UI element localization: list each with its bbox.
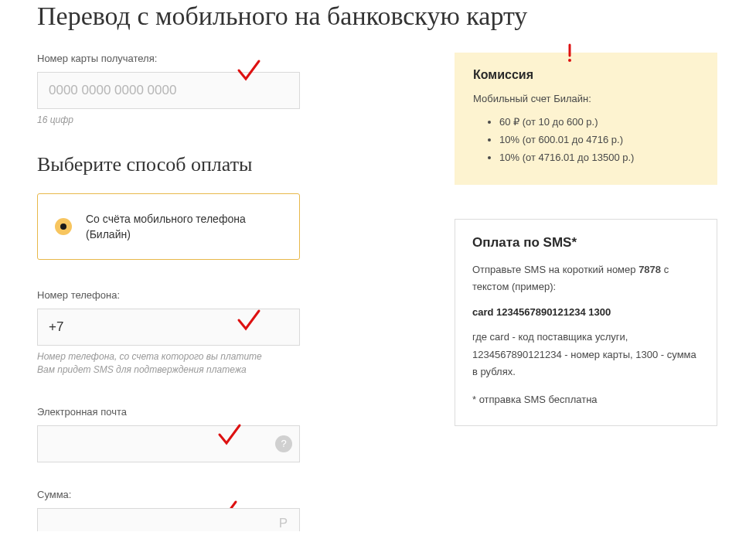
card-label: Номер карты получателя: xyxy=(37,53,424,64)
help-icon[interactable]: ? xyxy=(275,435,292,452)
phone-field-block: Номер телефона: Номер телефона, со счета… xyxy=(37,289,424,377)
card-field-block: Номер карты получателя: 16 цифр xyxy=(37,53,424,127)
email-field-block: Электронная почта ? xyxy=(37,406,424,462)
form-column: Номер карты получателя: 16 цифр Выберите… xyxy=(37,53,424,531)
sms-box: Оплата по SMS* Отправьте SMS на короткий… xyxy=(455,219,717,426)
sum-field-block: Сумма: Р xyxy=(37,489,424,531)
sum-label: Сумма: xyxy=(37,489,424,500)
commission-subtitle: Мобильный счет Билайн: xyxy=(473,93,699,104)
phone-input[interactable] xyxy=(37,309,300,346)
commission-list: 60 ₽ (от 10 до 600 р.) 10% (от 600.01 до… xyxy=(473,114,699,166)
phone-label: Номер телефона: xyxy=(37,289,424,301)
sms-title: Оплата по SMS* xyxy=(472,235,700,251)
commission-item: 60 ₽ (от 10 до 600 р.) xyxy=(499,114,699,131)
commission-item: 10% (от 600.01 до 4716 р.) xyxy=(499,131,699,149)
commission-title: Комиссия xyxy=(473,68,699,82)
payment-option-label: Со счёта мобильного телефона (Билайн) xyxy=(86,211,282,243)
sms-note: * отправка SMS бесплатна xyxy=(472,391,700,408)
card-number-input[interactable] xyxy=(37,72,300,109)
main-layout: Номер карты получателя: 16 цифр Выберите… xyxy=(37,53,741,531)
card-hint: 16 цифр xyxy=(37,114,424,127)
sms-shortcode: 7878 xyxy=(639,264,661,275)
sms-instruction: Отправьте SMS на короткий номер 7878 с т… xyxy=(472,261,700,295)
sum-unit: Р xyxy=(279,516,288,531)
sms-text-part: Отправьте SMS на короткий номер xyxy=(472,264,639,275)
radio-selected-icon xyxy=(55,218,72,235)
email-input[interactable] xyxy=(37,425,300,462)
sum-input[interactable] xyxy=(37,508,300,531)
payment-option-mobile[interactable]: Со счёта мобильного телефона (Билайн) xyxy=(37,193,300,261)
email-label: Электронная почта xyxy=(37,406,424,418)
payment-section-title: Выберите способ оплаты xyxy=(37,153,424,176)
sms-example: card 1234567890121234 1300 xyxy=(472,306,700,318)
sms-description: где card - код поставщика услуги, 123456… xyxy=(472,329,700,380)
commission-box: Комиссия Мобильный счет Билайн: 60 ₽ (от… xyxy=(455,53,717,185)
page-title: Перевод с мобильного на банковскую карту xyxy=(37,2,741,31)
sidebar-column: Комиссия Мобильный счет Билайн: 60 ₽ (от… xyxy=(455,53,717,531)
commission-item: 10% (от 4716.01 до 13500 р.) xyxy=(499,149,699,167)
phone-hint: Номер телефона, со счета которого вы пла… xyxy=(37,350,424,377)
